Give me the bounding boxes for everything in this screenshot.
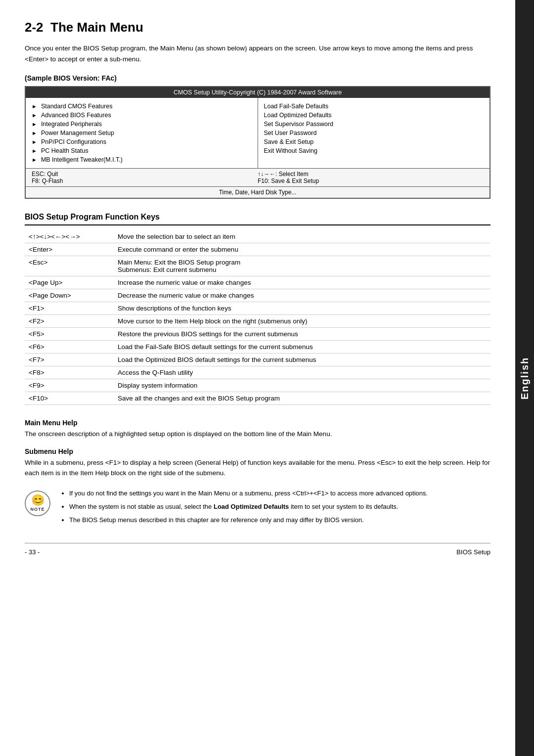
key-cell: <F6>: [25, 341, 114, 354]
desc-cell: Load the Optimized BIOS default settings…: [114, 354, 490, 366]
note-face-icon: 😊: [31, 495, 44, 506]
list-item: Save & Exit Setup: [264, 137, 484, 146]
submenu-help-section: Submenu Help While in a submenu, press <…: [25, 447, 490, 479]
table-row: <F5> Restore the previous BIOS settings …: [25, 328, 490, 341]
table-row: <F9> Display system information: [25, 379, 490, 392]
table-row: <↑><↓><←><→> Move the selection bar to s…: [25, 230, 490, 243]
list-item: The BIOS Setup menus described in this c…: [69, 515, 490, 526]
main-content: 2-2 The Main Menu Once you enter the BIO…: [0, 0, 515, 756]
table-row: <Page Up> Increase the numeric value or …: [25, 276, 490, 289]
desc-cell: Main Menu: Exit the BIOS Setup programSu…: [114, 256, 490, 276]
section-title: 2-2 The Main Menu: [25, 20, 490, 35]
footer-page-number: - 33 -: [25, 548, 40, 556]
page-footer: - 33 - BIOS Setup: [25, 543, 490, 556]
function-keys-table: <↑><↓><←><→> Move the selection bar to s…: [25, 230, 490, 405]
desc-cell: Execute command or enter the submenu: [114, 243, 490, 256]
key-cell: <F10>: [25, 392, 114, 405]
main-menu-help-title: Main Menu Help: [25, 419, 490, 427]
bios-menu-area: ► Standard CMOS Features ► Advanced BIOS…: [26, 98, 490, 169]
arrow-icon: ►: [32, 139, 37, 145]
list-item: ► PC Health Status: [32, 146, 252, 155]
list-item: ► PnP/PCI Configurations: [32, 137, 252, 146]
submenu-help-title: Submenu Help: [25, 447, 490, 455]
arrow-icon: ►: [32, 148, 37, 154]
page-container: 2-2 The Main Menu Once you enter the BIO…: [0, 0, 534, 756]
desc-cell: Access the Q-Flash utility: [114, 366, 490, 379]
note-label: NOTE: [30, 507, 44, 512]
note-content: If you do not find the settings you want…: [60, 489, 490, 528]
sidebar-english-tab: English: [515, 0, 534, 756]
list-item: If you do not find the settings you want…: [69, 489, 490, 499]
key-cell: <F7>: [25, 354, 114, 366]
main-menu-help-text: The onscreen description of a highlighte…: [25, 429, 490, 440]
key-cell: <Page Up>: [25, 276, 114, 289]
key-cell: <F5>: [25, 328, 114, 341]
key-cell: <Esc>: [25, 256, 114, 276]
list-item: ► Standard CMOS Features: [32, 102, 252, 111]
key-cell: <F2>: [25, 315, 114, 328]
bios-title-bar: CMOS Setup Utility-Copyright (C) 1984-20…: [26, 87, 490, 98]
note-icon: 😊 NOTE: [25, 490, 54, 516]
bios-bottom-bar: Time, Date, Hard Disk Type...: [26, 187, 490, 198]
table-row: <F1> Show descriptions of the function k…: [25, 302, 490, 315]
arrow-icon: ►: [32, 157, 37, 163]
list-item: ► Advanced BIOS Features: [32, 111, 252, 120]
desc-cell: Save all the changes and exit the BIOS S…: [114, 392, 490, 405]
table-row: <F8> Access the Q-Flash utility: [25, 366, 490, 379]
key-cell: <F8>: [25, 366, 114, 379]
arrow-icon: ►: [32, 112, 37, 118]
bios-left-column: ► Standard CMOS Features ► Advanced BIOS…: [26, 98, 258, 168]
bios-footer-save: F10: Save & Exit Setup: [258, 178, 484, 184]
submenu-help-text: While in a submenu, press <F1> to displa…: [25, 457, 490, 479]
intro-text: Once you enter the BIOS Setup program, t…: [25, 43, 490, 64]
table-row: <F2> Move cursor to the Item Help block …: [25, 315, 490, 328]
note-icon-inner: 😊 NOTE: [25, 490, 50, 516]
table-row: <Esc> Main Menu: Exit the BIOS Setup pro…: [25, 256, 490, 276]
list-item: Set User Password: [264, 129, 484, 137]
list-item: Load Fail-Safe Defaults: [264, 102, 484, 111]
section-title-text: The Main Menu: [50, 20, 143, 35]
desc-cell: Restore the previous BIOS settings for t…: [114, 328, 490, 341]
section-number: 2-2: [25, 20, 44, 35]
table-row: <F6> Load the Fail-Safe BIOS default set…: [25, 341, 490, 354]
list-item: ► Power Management Setup: [32, 129, 252, 137]
table-row: <F7> Load the Optimized BIOS default set…: [25, 354, 490, 366]
table-row: <Page Down> Decrease the numeric value o…: [25, 289, 490, 302]
arrow-icon: ►: [32, 130, 37, 136]
bios-right-column: Load Fail-Safe Defaults Load Optimized D…: [258, 98, 490, 168]
bios-screenshot-box: CMOS Setup Utility-Copyright (C) 1984-20…: [25, 86, 490, 199]
list-item: Set Supervisor Password: [264, 120, 484, 129]
key-cell: <F1>: [25, 302, 114, 315]
note-box: 😊 NOTE If you do not find the settings y…: [25, 489, 490, 528]
bios-footer-right: ↑↓→←: Select Item F10: Save & Exit Setup: [258, 171, 484, 184]
list-item: ► MB Intelligent Tweaker(M.I.T.): [32, 155, 252, 164]
main-menu-help-section: Main Menu Help The onscreen description …: [25, 419, 490, 440]
key-cell: <Enter>: [25, 243, 114, 256]
desc-cell: Load the Fail-Safe BIOS default settings…: [114, 341, 490, 354]
key-cell: <F9>: [25, 379, 114, 392]
list-item: Exit Without Saving: [264, 146, 484, 155]
desc-cell: Display system information: [114, 379, 490, 392]
table-row: <F10> Save all the changes and exit the …: [25, 392, 490, 405]
function-keys-title: BIOS Setup Program Function Keys: [25, 213, 490, 225]
bold-text: Load Optimized Defaults: [214, 503, 289, 510]
bios-footer-left: ESC: Quit F8: Q-Flash: [32, 171, 258, 184]
list-item: When the system is not stable as usual, …: [69, 502, 490, 512]
footer-label: BIOS Setup: [456, 548, 490, 556]
list-item: Load Optimized Defaults: [264, 111, 484, 120]
bios-footer-select: ↑↓→←: Select Item: [258, 171, 484, 178]
sample-bios-label: (Sample BIOS Version: FAc): [25, 74, 490, 82]
key-cell: <↑><↓><←><→>: [25, 230, 114, 243]
desc-cell: Increase the numeric value or make chang…: [114, 276, 490, 289]
bios-footer: ESC: Quit F8: Q-Flash ↑↓→←: Select Item …: [26, 169, 490, 187]
arrow-icon: ►: [32, 121, 37, 127]
sidebar-label: English: [519, 356, 531, 399]
desc-cell: Move the selection bar to select an item: [114, 230, 490, 243]
arrow-icon: ►: [32, 103, 37, 109]
bios-footer-quit: ESC: Quit: [32, 171, 258, 178]
desc-cell: Decrease the numeric value or make chang…: [114, 289, 490, 302]
desc-cell: Move cursor to the Item Help block on th…: [114, 315, 490, 328]
key-cell: <Page Down>: [25, 289, 114, 302]
list-item: ► Integrated Peripherals: [32, 120, 252, 129]
table-row: <Enter> Execute command or enter the sub…: [25, 243, 490, 256]
